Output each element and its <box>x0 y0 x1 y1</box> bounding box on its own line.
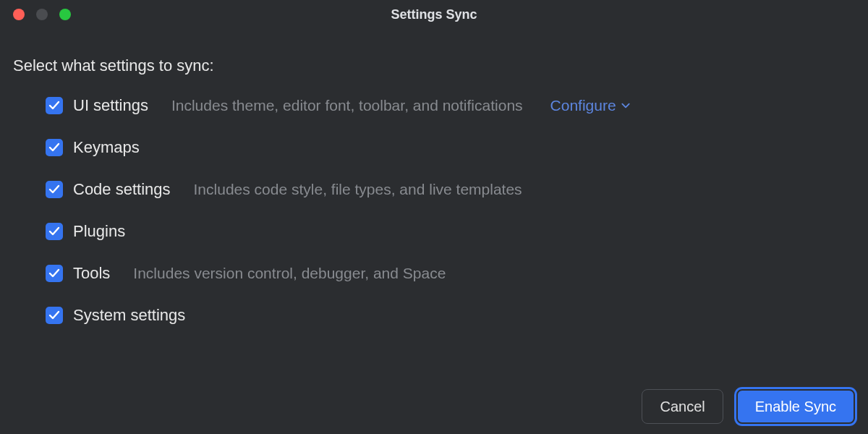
minimize-icon[interactable] <box>36 9 48 20</box>
option-label: Keymaps <box>73 139 140 156</box>
check-icon <box>48 268 60 279</box>
titlebar: Settings Sync <box>0 0 868 29</box>
option-description: Includes code style, file types, and liv… <box>194 181 522 198</box>
check-icon <box>48 226 60 237</box>
window-controls <box>13 9 71 20</box>
close-icon[interactable] <box>13 9 25 20</box>
option-label: Tools <box>73 265 110 282</box>
configure-link[interactable]: Configure <box>550 97 631 114</box>
chevron-down-icon <box>621 101 631 111</box>
checkbox-code-settings[interactable] <box>46 181 63 198</box>
option-plugins: Plugins <box>46 223 855 240</box>
check-icon <box>48 100 60 111</box>
dialog-footer: Cancel Enable Sync <box>642 389 855 424</box>
option-description: Includes theme, editor font, toolbar, an… <box>171 97 523 114</box>
option-ui-settings: UI settings Includes theme, editor font,… <box>46 97 855 114</box>
dialog-content: Select what settings to sync: UI setting… <box>0 29 868 324</box>
option-tools: Tools Includes version control, debugger… <box>46 265 855 282</box>
cancel-button[interactable]: Cancel <box>642 389 723 424</box>
enable-sync-button[interactable]: Enable Sync <box>736 389 855 424</box>
option-code-settings: Code settings Includes code style, file … <box>46 181 855 198</box>
window-title: Settings Sync <box>391 7 477 22</box>
checkbox-plugins[interactable] <box>46 223 63 240</box>
option-description: Includes version control, debugger, and … <box>133 265 446 282</box>
configure-label: Configure <box>550 97 616 114</box>
check-icon <box>48 142 60 153</box>
option-label: UI settings <box>73 97 148 114</box>
option-keymaps: Keymaps <box>46 139 855 156</box>
zoom-icon[interactable] <box>59 9 71 20</box>
checkbox-system-settings[interactable] <box>46 307 63 324</box>
checkbox-keymaps[interactable] <box>46 139 63 156</box>
lead-text: Select what settings to sync: <box>13 56 855 75</box>
option-label: System settings <box>73 307 185 324</box>
option-label: Code settings <box>73 181 171 198</box>
check-icon <box>48 310 60 321</box>
check-icon <box>48 184 60 195</box>
options-list: UI settings Includes theme, editor font,… <box>13 97 855 324</box>
checkbox-ui-settings[interactable] <box>46 97 63 114</box>
option-system-settings: System settings <box>46 307 855 324</box>
checkbox-tools[interactable] <box>46 265 63 282</box>
option-label: Plugins <box>73 223 125 240</box>
